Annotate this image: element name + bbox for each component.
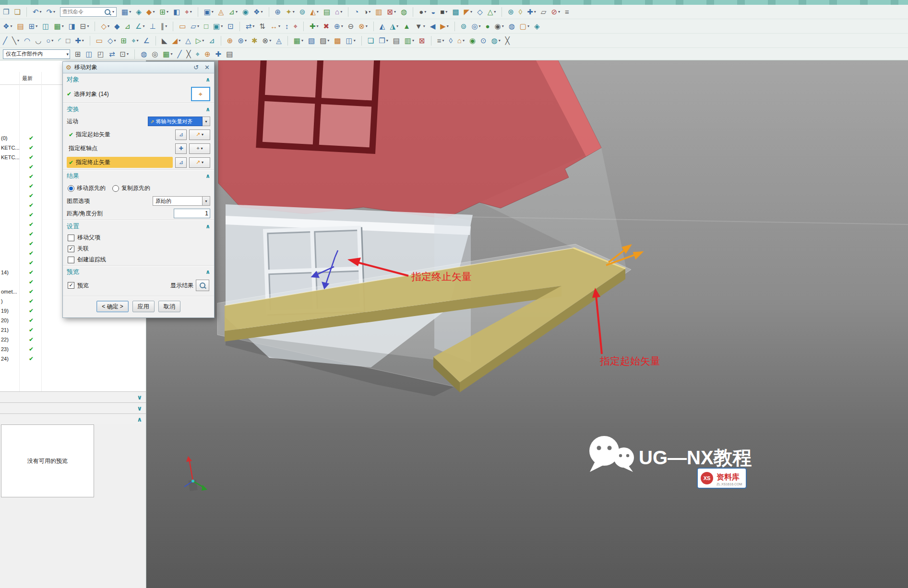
dropdown-caret-icon[interactable]: ▾ <box>114 39 116 43</box>
toolbar-icon[interactable]: ◀ <box>430 23 436 30</box>
toolbar-icon[interactable]: ⌖▾ <box>131 37 138 44</box>
toolbar-icon[interactable]: ╳ <box>505 37 510 44</box>
toolbar-icon[interactable]: ▱▾ <box>191 23 199 30</box>
selection-scope-combo[interactable]: 仅在工作部件内 ▾ <box>3 49 70 59</box>
toolbar-icon[interactable]: ⊿ <box>125 23 131 30</box>
toolbar-icon[interactable] <box>454 22 455 31</box>
toolbar-icon[interactable]: ▦▾ <box>163 50 172 58</box>
toolbar-icon[interactable] <box>95 22 95 31</box>
panel-chevron-icon[interactable]: ∧ <box>137 416 142 423</box>
dropdown-caret-icon[interactable]: ▾ <box>10 24 12 28</box>
toolbar-icon[interactable]: ▤ <box>323 8 330 15</box>
toolbar-icon[interactable]: ◤▾ <box>464 8 473 15</box>
toolbar-icon[interactable]: ⇅ <box>259 23 265 30</box>
toolbar-icon[interactable]: ✚▾ <box>527 8 536 15</box>
dropdown-caret-icon[interactable]: ▾ <box>108 24 109 28</box>
toolbar-icon[interactable]: ▱ <box>541 8 547 15</box>
toolbar-icon[interactable]: ◍ <box>141 50 147 58</box>
toolbar-icon[interactable]: ⊿▾ <box>228 8 238 15</box>
dropdown-caret-icon[interactable]: ▾ <box>442 39 444 43</box>
copy-original-radio[interactable]: 复制原先的 <box>112 184 150 192</box>
dropdown-caret-icon[interactable]: ▾ <box>179 39 180 43</box>
associative-checkbox-row[interactable]: 关联 <box>63 243 214 254</box>
toolbar-icon[interactable]: ⊛▾ <box>238 37 247 44</box>
toolbar-icon[interactable]: ⊗▾ <box>358 23 368 30</box>
toolbar-icon[interactable]: ◜ <box>58 37 61 44</box>
dropdown-caret-icon[interactable]: ▾ <box>190 10 192 14</box>
toolbar-icon[interactable]: ◑▾ <box>363 8 370 15</box>
dropdown-caret-icon[interactable]: ▾ <box>51 39 53 43</box>
dropdown-caret-icon[interactable]: ▾ <box>499 39 501 43</box>
panel-chevron-icon[interactable]: ∨ <box>137 394 142 400</box>
toolbar-icon[interactable]: ⊕ <box>227 37 233 44</box>
toolbar-icon[interactable]: ❏ <box>368 37 374 44</box>
toolbar-icon[interactable]: ⊠ <box>419 37 425 44</box>
toolbar-icon[interactable]: ⊡ <box>227 23 234 30</box>
section-collapse-icon[interactable]: ∧ <box>205 173 210 179</box>
toolbar-icon[interactable]: ◭▾ <box>310 8 319 15</box>
dropdown-caret-icon[interactable]: ▾ <box>53 10 55 14</box>
toolbar-icon[interactable]: ▤ <box>17 23 24 30</box>
section-settings[interactable]: 设置 ∧ <box>63 220 214 232</box>
dropdown-caret-icon[interactable]: ▾ <box>301 39 303 43</box>
toolbar-icon[interactable]: ∠▾ <box>135 23 144 30</box>
dropdown-caret-icon[interactable]: ▾ <box>17 39 19 43</box>
toolbar-icon[interactable]: ◇ <box>477 8 483 15</box>
toolbar-icon[interactable] <box>502 7 502 17</box>
dropdown-caret-icon[interactable]: ▾ <box>197 24 199 28</box>
toolbar-icon[interactable]: ◒ <box>431 8 435 15</box>
collapsible-panel-bar[interactable]: ∧ <box>0 413 146 424</box>
toolbar-icon[interactable] <box>413 7 413 17</box>
toolbar-icon[interactable] <box>26 7 27 17</box>
toolbar-icon[interactable]: ◨ <box>69 23 75 30</box>
toolbar-icon[interactable]: ▨▾ <box>320 37 329 44</box>
section-transform[interactable]: 变换 ∧ <box>63 103 214 115</box>
toolbar-icon[interactable]: ◊ <box>449 37 452 44</box>
move-parent-checkbox-row[interactable]: 移动父项 <box>63 232 214 243</box>
toolbar-icon[interactable]: ▭ <box>179 23 186 30</box>
toolbar-icon[interactable] <box>134 49 135 59</box>
vector-dialog-button[interactable]: ⊿ <box>175 157 187 168</box>
dropdown-caret-icon[interactable]: ▾ <box>494 10 496 14</box>
toolbar-icon[interactable]: ∠ <box>143 37 150 44</box>
dropdown-caret-icon[interactable]: ▾ <box>87 24 89 28</box>
toolbar-icon[interactable]: ◍▾ <box>491 37 501 44</box>
toolbar-icon[interactable]: ◉ <box>469 37 476 44</box>
toolbar-icon[interactable]: ❐ <box>3 8 9 15</box>
toolbar-icon[interactable]: ✦▾ <box>286 8 295 15</box>
toolbar-icon[interactable]: ◍ <box>509 23 515 30</box>
dropdown-caret-icon[interactable]: ▾ <box>354 39 356 43</box>
toolbar-icon[interactable]: ▲ <box>403 23 410 30</box>
dropdown-caret-icon[interactable]: ▾ <box>171 52 173 56</box>
toolbar-icon[interactable]: ◆ <box>114 23 120 30</box>
toolbar-icon[interactable]: ◫▾ <box>346 37 356 44</box>
toolbar-icon[interactable]: ◠ <box>24 37 30 44</box>
dropdown-caret-icon[interactable]: ▾ <box>278 24 280 28</box>
toolbar-icon[interactable]: ⊗▾ <box>263 37 272 44</box>
dropdown-caret-icon[interactable]: ▾ <box>340 10 342 14</box>
navigator-row[interactable]: 22) ✔ <box>0 335 146 344</box>
dropdown-caret-icon[interactable]: ▾ <box>165 24 167 28</box>
toolbar-icon[interactable] <box>173 22 173 31</box>
toolbar-icon[interactable]: □ <box>66 37 70 44</box>
dropdown-caret-icon[interactable]: ▾ <box>252 24 254 28</box>
point-dialog-button[interactable]: ✚ <box>175 143 187 154</box>
toolbar-icon[interactable]: ▧ <box>308 37 315 44</box>
dropdown-caret-icon[interactable]: ▾ <box>558 10 560 14</box>
dropdown-caret-icon[interactable]: ▾ <box>317 10 319 14</box>
dropdown-caret-icon[interactable]: ▾ <box>236 10 238 14</box>
dialog-reset-icon[interactable]: ↺ <box>192 64 200 71</box>
toolbar-icon[interactable]: ▢▾ <box>520 23 529 30</box>
dropdown-caret-icon[interactable]: ▾ <box>261 10 263 14</box>
toolbar-icon[interactable] <box>239 22 240 31</box>
toolbar-icon[interactable]: ▦▾ <box>121 8 131 15</box>
graphics-viewport[interactable]: 指定终止矢量 指定起始矢量 <box>146 60 908 588</box>
toolbar-icon[interactable]: ▶▾ <box>440 23 449 30</box>
toolbar-icon[interactable]: ●▾ <box>419 8 426 15</box>
toolbar-icon[interactable]: ❖▾ <box>3 23 12 30</box>
toolbar-icon[interactable]: ❖▾ <box>253 8 263 15</box>
dialog-titlebar[interactable]: ⚙ 移动对象 ↺ ✕ <box>63 62 214 73</box>
dropdown-caret-icon[interactable]: ▾ <box>396 24 398 28</box>
toolbar-icon[interactable]: ⌖ <box>293 23 297 30</box>
navigator-row[interactable]: 24) ✔ <box>0 354 146 364</box>
